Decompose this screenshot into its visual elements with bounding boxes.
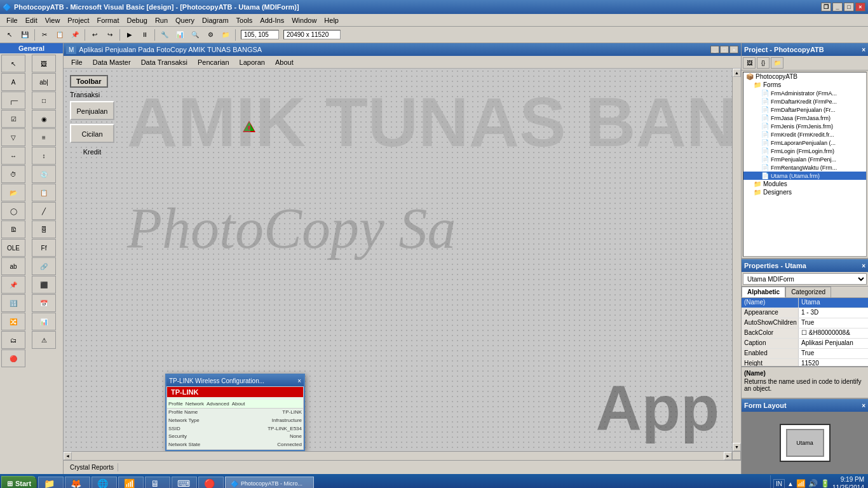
menu-edit[interactable]: Edit xyxy=(22,15,41,25)
tool-hscroll[interactable]: ↔ xyxy=(1,147,25,165)
hscroll-right[interactable]: ► xyxy=(724,452,732,460)
tray-network-icon[interactable]: 📶 xyxy=(796,479,806,488)
tree-modules-folder[interactable]: 📁 Modules xyxy=(743,180,866,188)
prop-name[interactable]: (Name) Utama xyxy=(742,298,868,308)
tool-data[interactable]: 🗄 xyxy=(32,220,56,238)
tool-extra6[interactable]: 🔢 xyxy=(1,294,25,312)
tool-combobox[interactable]: ▽ xyxy=(1,128,25,146)
tool-drive[interactable]: 💿 xyxy=(32,165,56,183)
vscroll-up[interactable]: ▲ xyxy=(733,69,741,77)
form-menu-laporan[interactable]: Laporan xyxy=(234,57,270,67)
tool-frame[interactable]: ┌─ xyxy=(1,92,25,109)
tb-b2[interactable]: 📊 xyxy=(173,29,187,41)
restore-btn[interactable]: ❐ xyxy=(821,3,831,11)
tree-item-kredit[interactable]: 📄 FrmKredit (FrmKredit.fr... xyxy=(743,130,866,139)
menu-diagram[interactable]: Diagram xyxy=(198,15,233,25)
tree-item-utama[interactable]: 📄 Utama (Utama.frm) xyxy=(743,172,866,180)
tray-battery-icon[interactable]: 🔋 xyxy=(820,479,830,488)
tool-ole[interactable]: OLE xyxy=(1,239,25,257)
tb-copy[interactable]: 📋 xyxy=(53,29,67,41)
tb-run[interactable]: ▶ xyxy=(123,29,137,41)
form-menu-datatransaksi[interactable]: Data Transaksi xyxy=(136,57,193,67)
menu-debug[interactable]: Debug xyxy=(123,15,151,25)
tool-dir[interactable]: 📂 xyxy=(1,184,25,201)
menu-file[interactable]: File xyxy=(3,15,22,25)
tb-paste[interactable]: 📌 xyxy=(68,29,82,41)
tool-picturebox[interactable]: 🖼 xyxy=(32,55,56,72)
menu-run[interactable]: Run xyxy=(151,15,172,25)
inner-maximize-btn[interactable]: □ xyxy=(720,46,729,53)
tool-line[interactable]: ╱ xyxy=(32,202,56,220)
hscroll-left[interactable]: ◄ xyxy=(64,452,72,460)
tree-item-daftarpenjualan[interactable]: 📄 FrmDaftarPenjualan (Fr... xyxy=(743,105,866,114)
form-layout-preview[interactable]: Utama xyxy=(780,424,831,462)
tool-extra3[interactable]: 🔗 xyxy=(32,257,56,275)
tool-commandbtn[interactable]: □ xyxy=(32,92,56,109)
tb-redo[interactable]: ↪ xyxy=(103,29,117,41)
tree-root[interactable]: 📦 PhotocopyATB xyxy=(743,72,866,81)
prop-enabled[interactable]: Enabled True xyxy=(742,349,868,359)
tool-extra7[interactable]: 📅 xyxy=(32,294,56,312)
prop-height[interactable]: Height 11520 xyxy=(742,359,868,366)
tool-extra1[interactable]: Ff xyxy=(32,239,56,257)
menu-project[interactable]: Project xyxy=(64,15,93,25)
tool-extra10[interactable]: 🗂 xyxy=(1,331,25,349)
tree-designers-folder[interactable]: 📁 Designers xyxy=(743,188,866,196)
tool-shape[interactable]: ◯ xyxy=(1,202,25,220)
object-selector[interactable]: Utama MDIForm xyxy=(743,273,867,285)
canvas-hscroll[interactable]: ◄ ► xyxy=(64,451,732,460)
tool-extra5[interactable]: ⬛ xyxy=(32,276,56,294)
prop-appearance[interactable]: Appearance 1 - 3D xyxy=(742,308,868,318)
tray-up-icon[interactable]: ▲ xyxy=(787,480,794,487)
menu-format[interactable]: Format xyxy=(93,15,123,25)
tree-forms-folder[interactable]: 📁 Forms xyxy=(743,81,866,89)
tb-pause[interactable]: ⏸ xyxy=(138,29,152,41)
inner-minimize-btn[interactable]: _ xyxy=(710,46,719,53)
tab-alphabetic[interactable]: Alphabetic xyxy=(742,287,785,297)
tool-extra8[interactable]: 🔀 xyxy=(1,313,25,330)
form-menu-about[interactable]: About xyxy=(270,57,299,67)
tplink-close-icon[interactable]: × xyxy=(297,377,301,384)
menu-help[interactable]: Help xyxy=(320,15,342,25)
canvas-vscroll[interactable]: ▲ ▼ xyxy=(732,69,741,451)
tb-arrow[interactable]: ↖ xyxy=(3,29,17,41)
tb-cut[interactable]: ✂ xyxy=(37,29,51,41)
tool-checkbox[interactable]: ☑ xyxy=(1,110,25,128)
taskbar-desktop[interactable]: 🖥 xyxy=(145,477,170,488)
taskbar-chrome[interactable]: 🌐 xyxy=(92,477,117,488)
system-clock[interactable]: 9:19 PM 11/25/2014 xyxy=(832,475,864,488)
tree-item-login[interactable]: 📄 FrmLogin (FrmLogin.frm) xyxy=(743,147,866,155)
tool-listbox[interactable]: ≡ xyxy=(32,128,56,146)
tb-b3[interactable]: 🔍 xyxy=(188,29,202,41)
tool-vscroll[interactable]: ↕ xyxy=(32,147,56,165)
tree-item-daftarkredit[interactable]: 📄 FrmDaftarKredit (FrmPe... xyxy=(743,97,866,105)
tree-item-laporanpenjualan[interactable]: 📄 FrmLaporanPenjualan (... xyxy=(743,139,866,147)
tool-extra9[interactable]: 📊 xyxy=(32,313,56,330)
start-button[interactable]: ⊞ Start xyxy=(1,476,37,488)
tb-b5[interactable]: 📁 xyxy=(219,29,233,41)
form-layout-close-btn[interactable]: × xyxy=(862,402,865,409)
tool-timer[interactable]: ⏱ xyxy=(1,165,25,183)
prop-caption[interactable]: Caption Aplikasi Penjualan xyxy=(742,339,868,349)
properties-close-btn[interactable]: × xyxy=(862,262,865,269)
tool-radio[interactable]: ◉ xyxy=(32,110,56,128)
menu-addins[interactable]: Add-Ins xyxy=(256,15,288,25)
minimize-btn[interactable]: _ xyxy=(832,3,843,11)
tool-extra11[interactable]: ⚠ xyxy=(32,331,56,349)
tree-item-jasa[interactable]: 📄 FrmJasa (FrmJasa.frm) xyxy=(743,114,866,122)
taskbar-app[interactable]: 🔴 xyxy=(198,477,224,488)
tool-image[interactable]: 🖻 xyxy=(1,220,25,238)
tool-extra12[interactable]: 🔴 xyxy=(1,349,25,367)
proj-view-code[interactable]: {} xyxy=(757,57,770,69)
inner-close-btn[interactable]: × xyxy=(729,46,738,53)
tb-undo[interactable]: ↩ xyxy=(88,29,102,41)
penjualan-button[interactable]: Penjualan xyxy=(70,101,114,120)
form-menu-datamaster[interactable]: Data Master xyxy=(88,57,136,67)
taskbar-explorer[interactable]: 📁 xyxy=(38,477,64,488)
tb-b1[interactable]: 🔧 xyxy=(158,29,172,41)
tool-extra4[interactable]: 📌 xyxy=(1,276,25,294)
tool-label[interactable]: A xyxy=(1,73,25,91)
project-close-btn[interactable]: × xyxy=(862,46,865,53)
crystal-reports-tab[interactable]: Crystal Reports xyxy=(66,463,118,471)
taskbar-wifi[interactable]: 📶 xyxy=(118,477,144,488)
